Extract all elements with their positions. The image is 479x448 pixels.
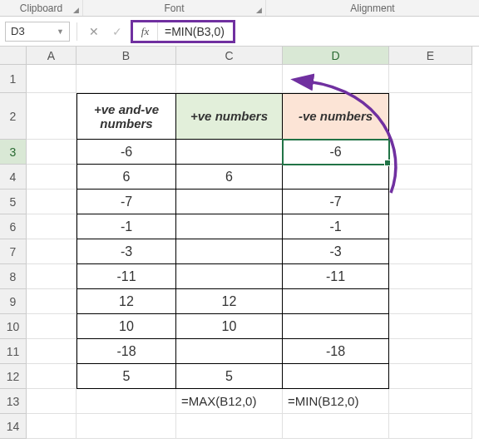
cell[interactable]: -1 bbox=[283, 214, 389, 239]
cell[interactable] bbox=[283, 65, 389, 93]
col-header-C[interactable]: C bbox=[176, 47, 283, 65]
row-header[interactable]: 1 bbox=[0, 65, 27, 93]
cell[interactable]: 6 bbox=[77, 165, 176, 190]
row-header[interactable]: 2 bbox=[0, 93, 27, 140]
col-header-D[interactable]: D bbox=[283, 47, 389, 65]
cell[interactable]: -7 bbox=[283, 190, 389, 214]
cell[interactable] bbox=[77, 65, 176, 93]
cell[interactable] bbox=[27, 339, 77, 364]
cell[interactable] bbox=[389, 414, 472, 439]
cell[interactable] bbox=[283, 414, 389, 439]
cell[interactable] bbox=[389, 165, 472, 190]
cell[interactable] bbox=[27, 264, 77, 289]
cell[interactable] bbox=[27, 140, 77, 165]
col-header-A[interactable]: A bbox=[27, 47, 77, 65]
cell[interactable]: 5 bbox=[77, 364, 176, 389]
cell[interactable] bbox=[176, 65, 283, 93]
cell[interactable] bbox=[27, 165, 77, 190]
cell-selected[interactable]: -6 bbox=[283, 140, 389, 165]
cell[interactable] bbox=[389, 314, 472, 339]
cell[interactable]: -11 bbox=[77, 264, 176, 289]
cancel-formula-button[interactable]: ✕ bbox=[84, 22, 104, 42]
cell[interactable]: -18 bbox=[283, 339, 389, 364]
ribbon-group-font[interactable]: Font ◢ bbox=[83, 0, 266, 16]
cell[interactable] bbox=[389, 389, 472, 414]
row-header[interactable]: 4 bbox=[0, 165, 27, 190]
row-header[interactable]: 9 bbox=[0, 289, 27, 314]
cell[interactable] bbox=[176, 214, 283, 239]
fx-icon[interactable]: fx bbox=[133, 22, 158, 41]
cell[interactable] bbox=[176, 264, 283, 289]
cell[interactable] bbox=[27, 239, 77, 264]
cell[interactable]: -6 bbox=[77, 140, 176, 165]
name-box[interactable]: D3 ▼ bbox=[5, 22, 70, 42]
select-all-corner[interactable] bbox=[0, 47, 27, 65]
row-header[interactable]: 6 bbox=[0, 214, 27, 239]
cell[interactable] bbox=[389, 339, 472, 364]
cell[interactable] bbox=[389, 264, 472, 289]
row-header[interactable]: 8 bbox=[0, 264, 27, 289]
header-cell[interactable]: +ve numbers bbox=[176, 93, 283, 140]
header-cell[interactable]: +ve and-ve numbers bbox=[77, 93, 176, 140]
formula-cell[interactable]: =MAX(B12,0) bbox=[176, 389, 283, 414]
row-header[interactable]: 7 bbox=[0, 239, 27, 264]
col-header-B[interactable]: B bbox=[77, 47, 176, 65]
cell[interactable]: 5 bbox=[176, 364, 283, 389]
cell[interactable] bbox=[176, 414, 283, 439]
cell[interactable] bbox=[176, 190, 283, 214]
cell[interactable] bbox=[176, 140, 283, 165]
cell[interactable] bbox=[27, 214, 77, 239]
cell[interactable]: 6 bbox=[176, 165, 283, 190]
cell[interactable]: -3 bbox=[283, 239, 389, 264]
cell[interactable]: -11 bbox=[283, 264, 389, 289]
cell[interactable] bbox=[176, 339, 283, 364]
cell[interactable] bbox=[389, 65, 472, 93]
cell[interactable]: -1 bbox=[77, 214, 176, 239]
cell[interactable] bbox=[27, 389, 77, 414]
cell[interactable]: 10 bbox=[77, 314, 176, 339]
cell[interactable] bbox=[283, 314, 389, 339]
chevron-down-icon[interactable]: ▼ bbox=[57, 27, 64, 36]
row-header[interactable]: 13 bbox=[0, 389, 27, 414]
row-header[interactable]: 12 bbox=[0, 364, 27, 389]
cell[interactable]: 12 bbox=[176, 289, 283, 314]
enter-formula-button[interactable]: ✓ bbox=[107, 22, 127, 42]
cell[interactable] bbox=[389, 239, 472, 264]
cell[interactable] bbox=[27, 414, 77, 439]
cell[interactable]: -7 bbox=[77, 190, 176, 214]
col-header-E[interactable]: E bbox=[389, 47, 472, 65]
cell[interactable] bbox=[77, 389, 176, 414]
row-header[interactable]: 10 bbox=[0, 314, 27, 339]
cell[interactable] bbox=[283, 165, 389, 190]
cell[interactable] bbox=[176, 239, 283, 264]
formula-input[interactable]: =MIN(B3,0) bbox=[158, 25, 233, 38]
cell[interactable] bbox=[389, 93, 472, 140]
row-header[interactable]: 5 bbox=[0, 190, 27, 214]
cell[interactable] bbox=[27, 314, 77, 339]
dialog-launcher-icon[interactable]: ◢ bbox=[256, 6, 262, 14]
cell[interactable] bbox=[27, 190, 77, 214]
cell[interactable] bbox=[389, 289, 472, 314]
cell[interactable] bbox=[27, 93, 77, 140]
cell[interactable]: -18 bbox=[77, 339, 176, 364]
cell[interactable]: -3 bbox=[77, 239, 176, 264]
cell[interactable] bbox=[27, 364, 77, 389]
cell[interactable] bbox=[77, 414, 176, 439]
row-header[interactable]: 14 bbox=[0, 414, 27, 439]
cell[interactable] bbox=[283, 289, 389, 314]
cell[interactable] bbox=[389, 190, 472, 214]
cell[interactable] bbox=[389, 140, 472, 165]
row-header[interactable]: 3 bbox=[0, 140, 27, 165]
ribbon-group-alignment[interactable]: Alignment bbox=[266, 0, 479, 16]
cell[interactable] bbox=[389, 364, 472, 389]
cell[interactable]: 12 bbox=[77, 289, 176, 314]
cell[interactable] bbox=[27, 65, 77, 93]
cell[interactable] bbox=[389, 214, 472, 239]
cell[interactable] bbox=[283, 364, 389, 389]
ribbon-group-clipboard[interactable]: Clipboard ◢ bbox=[0, 0, 83, 16]
header-cell[interactable]: -ve numbers bbox=[283, 93, 389, 140]
row-header[interactable]: 11 bbox=[0, 339, 27, 364]
cell[interactable]: 10 bbox=[176, 314, 283, 339]
formula-cell[interactable]: =MIN(B12,0) bbox=[283, 389, 389, 414]
cell[interactable] bbox=[27, 289, 77, 314]
